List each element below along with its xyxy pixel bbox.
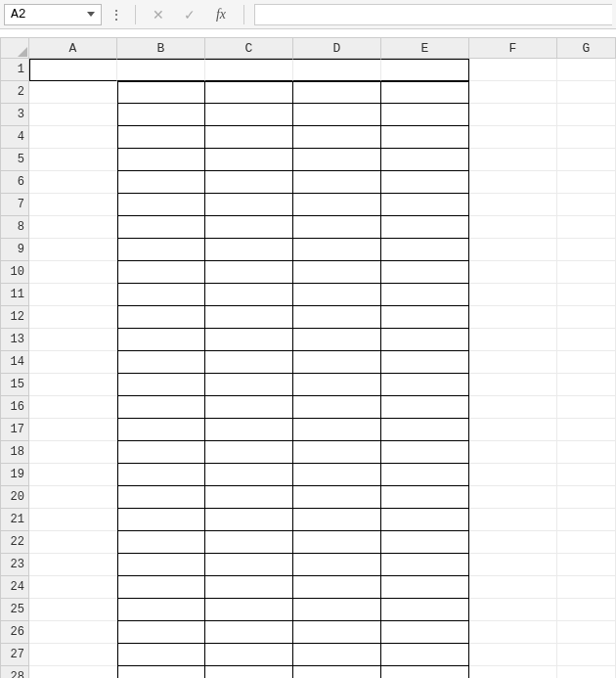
cell[interactable] — [205, 329, 293, 351]
cell[interactable] — [29, 621, 117, 644]
cell[interactable] — [117, 216, 205, 239]
cell[interactable] — [205, 126, 293, 149]
cell[interactable] — [469, 104, 557, 126]
cell[interactable] — [557, 599, 616, 621]
cell[interactable] — [557, 621, 616, 644]
row-header[interactable]: 17 — [0, 419, 29, 441]
cell[interactable] — [557, 644, 616, 666]
cell-grid[interactable] — [29, 59, 616, 678]
row-header[interactable]: 5 — [0, 149, 29, 171]
cell[interactable] — [205, 531, 293, 554]
cell[interactable] — [381, 486, 469, 509]
cell[interactable] — [205, 396, 293, 419]
cell[interactable] — [117, 486, 205, 509]
cell[interactable] — [469, 666, 557, 678]
cell[interactable] — [117, 531, 205, 554]
cell[interactable] — [205, 351, 293, 374]
cell[interactable] — [381, 261, 469, 284]
cell[interactable] — [293, 194, 381, 216]
cell[interactable] — [293, 419, 381, 441]
row-header[interactable]: 16 — [0, 396, 29, 419]
row-header[interactable]: 18 — [0, 441, 29, 464]
cell[interactable] — [293, 239, 381, 261]
cell[interactable] — [469, 599, 557, 621]
cell[interactable] — [205, 194, 293, 216]
cell[interactable] — [205, 644, 293, 666]
enter-button[interactable]: ✓ — [177, 4, 202, 25]
cell[interactable] — [557, 351, 616, 374]
cell[interactable] — [205, 81, 293, 104]
cell[interactable] — [381, 666, 469, 678]
cell[interactable] — [117, 149, 205, 171]
cell[interactable] — [469, 509, 557, 531]
fx-button[interactable]: fx — [208, 4, 234, 25]
cell[interactable] — [469, 644, 557, 666]
cell[interactable] — [29, 329, 117, 351]
cell[interactable] — [117, 509, 205, 531]
cell[interactable] — [205, 306, 293, 329]
cell[interactable] — [29, 509, 117, 531]
cell[interactable] — [205, 261, 293, 284]
cell[interactable] — [205, 171, 293, 194]
cell[interactable] — [117, 576, 205, 599]
cell[interactable] — [29, 464, 117, 486]
cell[interactable] — [29, 306, 117, 329]
cell[interactable] — [29, 666, 117, 678]
cell[interactable] — [205, 374, 293, 396]
cell[interactable] — [29, 261, 117, 284]
cell[interactable] — [293, 149, 381, 171]
column-header[interactable]: E — [381, 37, 469, 59]
column-header[interactable]: C — [205, 37, 293, 59]
cell[interactable] — [29, 104, 117, 126]
row-header[interactable]: 15 — [0, 374, 29, 396]
cell[interactable] — [381, 59, 469, 81]
cell[interactable] — [205, 509, 293, 531]
cell[interactable] — [29, 194, 117, 216]
cell[interactable] — [469, 441, 557, 464]
row-header[interactable]: 14 — [0, 351, 29, 374]
cell[interactable] — [381, 216, 469, 239]
row-header[interactable]: 12 — [0, 306, 29, 329]
row-header[interactable]: 11 — [0, 284, 29, 306]
cell[interactable] — [29, 216, 117, 239]
cell[interactable] — [381, 621, 469, 644]
cell[interactable] — [117, 441, 205, 464]
cell[interactable] — [557, 576, 616, 599]
row-header[interactable]: 23 — [0, 554, 29, 576]
cell[interactable] — [29, 441, 117, 464]
cell[interactable] — [557, 509, 616, 531]
cell[interactable] — [293, 576, 381, 599]
cell[interactable] — [469, 194, 557, 216]
cell[interactable] — [557, 329, 616, 351]
cell[interactable] — [381, 194, 469, 216]
cell[interactable] — [469, 351, 557, 374]
cell[interactable] — [469, 171, 557, 194]
cell[interactable] — [117, 599, 205, 621]
cell[interactable] — [117, 329, 205, 351]
cell[interactable] — [469, 149, 557, 171]
cell[interactable] — [557, 81, 616, 104]
cell[interactable] — [29, 81, 117, 104]
cell[interactable] — [293, 171, 381, 194]
cell[interactable] — [205, 576, 293, 599]
row-header[interactable]: 19 — [0, 464, 29, 486]
cell[interactable] — [557, 396, 616, 419]
cell[interactable] — [469, 261, 557, 284]
cell[interactable] — [29, 284, 117, 306]
cell[interactable] — [557, 419, 616, 441]
cell[interactable] — [293, 599, 381, 621]
column-header[interactable]: B — [117, 37, 205, 59]
cell[interactable] — [117, 419, 205, 441]
cell[interactable] — [29, 126, 117, 149]
cell[interactable] — [557, 171, 616, 194]
name-box[interactable]: A2 — [4, 4, 102, 25]
cell[interactable] — [293, 126, 381, 149]
cell[interactable] — [205, 554, 293, 576]
row-header[interactable]: 10 — [0, 261, 29, 284]
cell[interactable] — [117, 104, 205, 126]
cell[interactable] — [205, 239, 293, 261]
cell[interactable] — [557, 149, 616, 171]
cell[interactable] — [29, 149, 117, 171]
cell[interactable] — [469, 81, 557, 104]
column-header[interactable]: A — [29, 37, 117, 59]
